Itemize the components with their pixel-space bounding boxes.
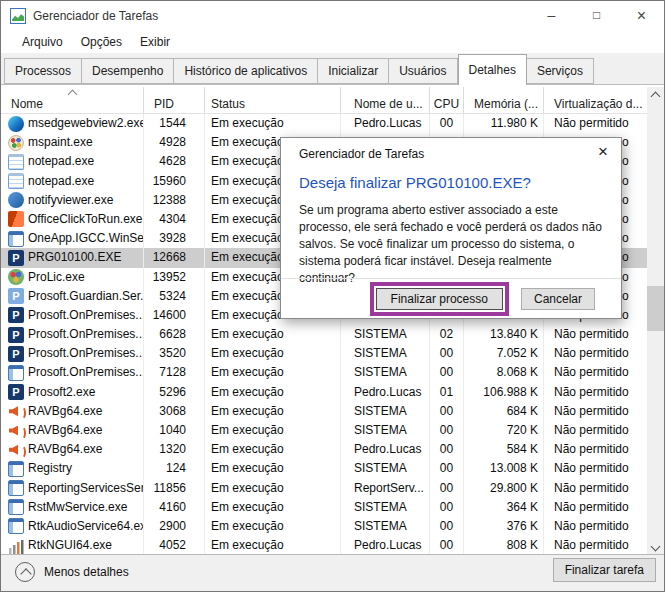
process-name: RtkNGUI64.exe xyxy=(28,538,112,552)
process-name: OfficeClickToRun.exe xyxy=(28,212,143,226)
cell-pid: 7128 xyxy=(144,363,205,382)
column-header-pid[interactable]: PID xyxy=(144,87,205,113)
tab-desempenho[interactable]: Desempenho xyxy=(82,58,174,84)
close-icon[interactable]: × xyxy=(619,1,664,31)
speaker-icon xyxy=(8,423,24,439)
cell-mem: 376 K xyxy=(464,517,544,536)
cell-mem: 584 K xyxy=(464,440,544,459)
table-row[interactable]: RtkAudioService64.exe2900Em execuçãoSIST… xyxy=(1,517,649,536)
end-process-button[interactable]: Finalizar processo xyxy=(376,288,503,310)
menu-item-arquivo[interactable]: Arquivo xyxy=(13,31,72,53)
less-details-label: Menos detalhes xyxy=(44,565,129,579)
cell-virt: Não permitido xyxy=(544,402,649,421)
minimize-icon[interactable]: – xyxy=(529,1,574,31)
cell-status: Em execução xyxy=(205,363,341,382)
cell-name: msedgewebview2.exe xyxy=(1,114,144,133)
cell-virt: Não permitido xyxy=(544,479,649,498)
process-name: Prosoft.OnPremises.... xyxy=(28,365,144,379)
sort-ascending-icon xyxy=(68,90,78,100)
cell-virt: Não permitido xyxy=(544,325,649,344)
column-header-nome[interactable]: Nome xyxy=(1,87,144,113)
prosoft-dark-icon xyxy=(8,327,24,343)
table-row[interactable]: RstMwService.exe4160Em execuçãoSISTEMA00… xyxy=(1,498,649,517)
column-header-status[interactable]: Status xyxy=(205,87,341,113)
cell-virt: Não permitido xyxy=(544,421,649,440)
cell-name: ReportingServicesSer... xyxy=(1,479,144,498)
tab-usuarios[interactable]: Usuários xyxy=(389,58,457,84)
table-row[interactable]: Prosoft2.exe5296Em execuçãoPedro.Lucas01… xyxy=(1,383,649,402)
cell-status: Em execução xyxy=(205,114,341,133)
table-row[interactable]: Prosoft.OnPremises....3520Em execuçãoSIS… xyxy=(1,344,649,363)
cell-user: SISTEMA xyxy=(341,517,430,536)
less-details-toggle[interactable]: Menos detalhes xyxy=(15,562,129,582)
column-header-virtualizacao[interactable]: Virtualização d... xyxy=(544,87,649,113)
cell-pid: 15960 xyxy=(144,172,205,191)
cell-name: Prosoft.OnPremises.... xyxy=(1,363,144,382)
cell-pid: 3068 xyxy=(144,402,205,421)
tab-processos[interactable]: Processos xyxy=(4,58,82,84)
tab-inicializar[interactable]: Inicializar xyxy=(318,58,389,84)
process-name: RAVBg64.exe xyxy=(28,404,103,418)
office-icon xyxy=(8,211,24,227)
menu-item-opcoes[interactable]: Opções xyxy=(72,31,131,53)
task-manager-window: Gerenciador de Tarefas – □ × Arquivo Opç… xyxy=(0,0,665,592)
tab-detalhes[interactable]: Detalhes xyxy=(458,54,527,85)
table-row[interactable]: ReportingServicesSer...11856Em execuçãoR… xyxy=(1,479,649,498)
cell-virt: Não permitido xyxy=(544,383,649,402)
cell-mem: 7.052 K xyxy=(464,344,544,363)
cell-pid: 124 xyxy=(144,459,205,478)
process-name: ReportingServicesSer... xyxy=(28,481,144,495)
vertical-scrollbar[interactable] xyxy=(647,87,664,556)
cell-name: PRG010100.EXE xyxy=(1,248,144,267)
cell-pid: 4160 xyxy=(144,498,205,517)
cell-status: Em execução xyxy=(205,536,341,555)
task-manager-app-icon xyxy=(10,8,26,24)
column-header-nome-de-usuario[interactable]: Nome de u... xyxy=(341,87,430,113)
cell-pid: 3928 xyxy=(144,229,205,248)
cell-status: Em execução xyxy=(205,517,341,536)
process-name: Registry xyxy=(28,461,72,475)
table-row[interactable]: RAVBg64.exe1040Em execuçãoSISTEMA00720 K… xyxy=(1,421,649,440)
cell-mem: 13.008 K xyxy=(464,459,544,478)
table-row[interactable]: msedgewebview2.exe1544Em execuçãoPedro.L… xyxy=(1,114,649,133)
scrollbar-thumb[interactable] xyxy=(647,286,664,331)
table-row[interactable]: RAVBg64.exe3068Em execuçãoSISTEMA00684 K… xyxy=(1,402,649,421)
cell-pid: 1544 xyxy=(144,114,205,133)
cell-cpu: 00 xyxy=(430,344,464,363)
cell-user: SISTEMA xyxy=(341,363,430,382)
column-header-label: PID xyxy=(154,97,174,111)
table-row[interactable]: Prosoft.OnPremises....6628Em execuçãoSIS… xyxy=(1,325,649,344)
cell-name: Prosoft.OnPremises.... xyxy=(1,344,144,363)
process-name: RAVBg64.exe xyxy=(28,423,103,437)
chevron-up-circle-icon xyxy=(15,562,35,582)
process-name: Prosoft2.exe xyxy=(28,385,95,399)
column-header-cpu[interactable]: CPU xyxy=(430,87,464,113)
dialog-close-icon[interactable]: × xyxy=(598,142,608,162)
tab-servicos[interactable]: Serviços xyxy=(527,58,594,84)
maximize-icon[interactable]: □ xyxy=(574,1,619,31)
cell-user: Pedro.Lucas xyxy=(341,536,430,555)
table-row[interactable]: Prosoft.OnPremises....7128Em execuçãoSIS… xyxy=(1,363,649,382)
cell-virt: Não permitido xyxy=(544,498,649,517)
cell-cpu: 01 xyxy=(430,383,464,402)
cell-mem: 13.840 K xyxy=(464,325,544,344)
menu-item-exibir[interactable]: Exibir xyxy=(131,31,179,53)
table-row[interactable]: RAVBg64.exe1320Em execuçãoPedro.Lucas005… xyxy=(1,440,649,459)
cell-mem: 8.068 K xyxy=(464,363,544,382)
column-header-memoria[interactable]: Memória (... xyxy=(464,87,544,113)
process-name: notifyviewer.exe xyxy=(28,193,113,207)
cell-virt: Não permitido xyxy=(544,114,649,133)
cell-status: Em execução xyxy=(205,440,341,459)
cell-status: Em execução xyxy=(205,383,341,402)
table-row[interactable]: RtkNGUI64.exe4052Em execuçãoPedro.Lucas0… xyxy=(1,536,649,555)
cell-user: Pedro.Lucas xyxy=(341,440,430,459)
column-header-label: CPU xyxy=(434,97,459,111)
tab-historico-de-aplicativos[interactable]: Histórico de aplicativos xyxy=(174,58,318,84)
cell-pid: 11856 xyxy=(144,479,205,498)
scroll-up-icon[interactable] xyxy=(647,87,664,104)
end-task-button[interactable]: Finalizar tarefa xyxy=(553,558,656,582)
table-row[interactable]: Registry124Em execuçãoSISTEMA0013.008 KN… xyxy=(1,459,649,478)
cancel-button[interactable]: Cancelar xyxy=(521,288,595,310)
process-name: notepad.exe xyxy=(28,174,94,188)
column-header-label: Status xyxy=(211,97,245,111)
